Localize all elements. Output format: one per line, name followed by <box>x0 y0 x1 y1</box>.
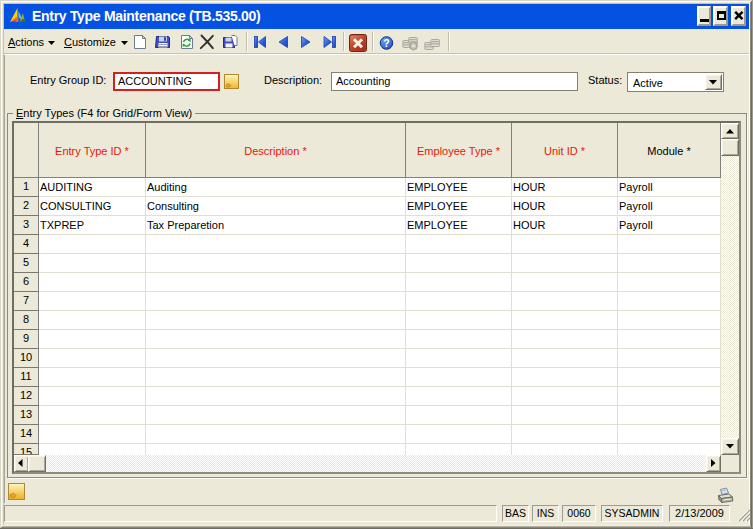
svg-text:?: ? <box>383 37 389 49</box>
